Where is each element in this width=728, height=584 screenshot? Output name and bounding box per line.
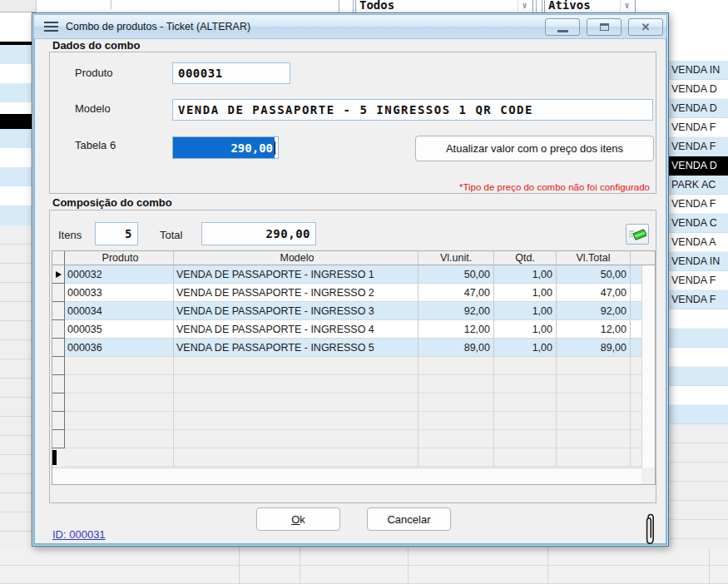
total-label: Total (160, 229, 182, 241)
list-item-label: VENDA IN (671, 255, 720, 267)
produto-field[interactable]: 000031 (172, 62, 290, 84)
atualizar-valor-button[interactable]: Atualizar valor com o preço dos itens (415, 136, 654, 161)
list-item[interactable]: VENDA D (666, 99, 728, 118)
cell-produto: 000035 (65, 320, 174, 339)
cancel-button[interactable]: Cancelar (367, 507, 451, 531)
table-row-empty (52, 430, 655, 448)
maximize-icon (600, 23, 609, 31)
list-item[interactable]: VENDA A (666, 233, 728, 252)
table-row[interactable]: 000034 VENDA DE PASSAPORTE - INGRESSO 3 … (52, 302, 655, 320)
table-row[interactable]: 000036 VENDA DE PASSAPORTE - INGRESSO 5 … (52, 339, 655, 357)
background-right-blank (666, 0, 728, 61)
ok-button-accel: O (291, 513, 300, 526)
grid-cursor (52, 450, 57, 465)
close-button[interactable]: ✕ (628, 18, 663, 36)
cell-vlunit: 89,00 (418, 339, 494, 357)
ok-button[interactable]: Ok (256, 507, 340, 531)
list-item[interactable]: VENDA F (666, 271, 728, 290)
cell-modelo: VENDA DE PASSAPORTE - INGRESSO 5 (174, 339, 418, 357)
list-item[interactable]: VENDA F (666, 290, 728, 309)
list-item-label: VENDA D (671, 102, 717, 114)
chevron-down-icon[interactable]: ∨ (518, 0, 531, 12)
combo-items-table: Produto Modelo Vl.unit. Qtd. Vl.Total 00… (52, 250, 656, 485)
cell-qtd: 1,00 (494, 320, 557, 339)
horizontal-scrollbar[interactable] (52, 468, 641, 484)
cell-modelo: VENDA DE PASSAPORTE - INGRESSO 3 (174, 302, 418, 320)
background-grid-bottom (0, 547, 728, 584)
list-item[interactable]: PARK AC (666, 176, 728, 195)
cell-vlunit: 92,00 (418, 302, 494, 320)
list-item[interactable]: VENDA C (666, 214, 728, 233)
modelo-field[interactable]: VENDA DE PASSAPORTE - 5 INGRESSOS 1 QR C… (172, 99, 653, 121)
tabela-label: Tabela 6 (75, 139, 116, 151)
minimize-button[interactable] (545, 18, 580, 36)
list-item-empty (666, 309, 728, 329)
minimize-icon (557, 30, 568, 32)
maximize-button[interactable] (587, 18, 622, 36)
col-header-vltotal[interactable]: Vl.Total (557, 251, 631, 265)
col-header-produto[interactable]: Produto (65, 251, 174, 265)
list-item-empty (666, 348, 728, 367)
dialog-titlebar[interactable]: Combo de produtos - Ticket (ALTERAR) ✕ (34, 15, 666, 39)
list-item-empty (666, 367, 728, 386)
screen: Todos ∨ Ativos ∨ VENDA IN VENDA D VENDA … (0, 0, 728, 584)
list-item[interactable]: VENDA F (666, 195, 728, 214)
grid-line (239, 547, 240, 584)
background-product-list: VENDA IN VENDA D VENDA D VENDA F VENDA F… (666, 61, 728, 584)
row-gutter (52, 302, 65, 320)
col-header-qtd[interactable]: Qtd. (494, 251, 557, 265)
hamburger-icon[interactable] (44, 22, 58, 32)
cell-qtd: 1,00 (494, 284, 557, 302)
total-field[interactable]: 290,00 (201, 222, 316, 245)
money-icon (628, 227, 646, 242)
cell-qtd: 1,00 (494, 265, 557, 284)
list-item[interactable]: VENDA F (666, 118, 728, 137)
vertical-scrollbar[interactable] (641, 265, 655, 468)
price-type-warning: *Tipo de preço do combo não foi configur… (459, 182, 650, 192)
cell-vlunit: 50,00 (418, 265, 494, 284)
list-item[interactable]: VENDA IN (666, 252, 728, 271)
list-item-label: VENDA A (671, 236, 716, 248)
grid-line (408, 547, 409, 584)
text-cursor (275, 141, 275, 155)
cell-vltotal: 89,00 (557, 339, 631, 357)
close-icon: ✕ (641, 22, 651, 32)
cell-vltotal: 92,00 (557, 302, 631, 320)
dados-groupbox: Produto 000031 Modelo VENDA DE PASSAPORT… (49, 52, 656, 194)
table-row[interactable]: 000032 VENDA DE PASSAPORTE - INGRESSO 1 … (52, 265, 655, 284)
table-row-empty (52, 375, 655, 393)
cell-vltotal: 47,00 (557, 284, 631, 302)
cell-produto: 000036 (65, 339, 174, 357)
chevron-down-icon[interactable]: ∨ (620, 0, 633, 12)
ativos-filter-value: Ativos (548, 0, 591, 12)
todos-filter-value: Todos (359, 0, 394, 12)
col-header-modelo[interactable]: Modelo (174, 251, 418, 265)
recalculate-money-button[interactable] (626, 224, 649, 245)
grid-line (547, 547, 548, 584)
tabela-field[interactable]: 290,00 (172, 136, 279, 159)
ok-button-label: k (300, 513, 305, 526)
list-item-label: VENDA D (671, 160, 717, 171)
cell-modelo: VENDA DE PASSAPORTE - INGRESSO 2 (174, 284, 418, 302)
table-header-row: Produto Modelo Vl.unit. Qtd. Vl.Total (52, 251, 655, 265)
itens-field[interactable]: 5 (95, 222, 138, 245)
list-item[interactable]: VENDA IN (666, 61, 728, 80)
table-row-empty (52, 357, 655, 375)
list-item-selected[interactable]: VENDA D (666, 156, 728, 176)
table-row-empty (52, 412, 655, 430)
table-row[interactable]: 000033 VENDA DE PASSAPORTE - INGRESSO 2 … (52, 284, 655, 302)
grid-line (709, 547, 710, 584)
row-gutter (52, 284, 65, 302)
list-item-label: VENDA C (671, 217, 717, 229)
cell-produto: 000032 (65, 265, 174, 284)
dialog-title: Combo de produtos - Ticket (ALTERAR) (66, 21, 250, 32)
col-header-vlunit[interactable]: Vl.unit. (418, 251, 494, 265)
cell-qtd: 1,00 (494, 339, 557, 357)
table-row[interactable]: 000035 VENDA DE PASSAPORTE - INGRESSO 4 … (52, 320, 655, 339)
list-item-empty (666, 405, 728, 424)
combo-produtos-dialog: Combo de produtos - Ticket (ALTERAR) ✕ D… (32, 12, 669, 547)
list-item[interactable]: VENDA F (666, 137, 728, 156)
record-id-link[interactable]: ID: 000031 (52, 528, 106, 541)
composicao-groupbox: Itens 5 Total 290,00 Pr (49, 210, 656, 503)
list-item[interactable]: VENDA D (666, 80, 728, 99)
